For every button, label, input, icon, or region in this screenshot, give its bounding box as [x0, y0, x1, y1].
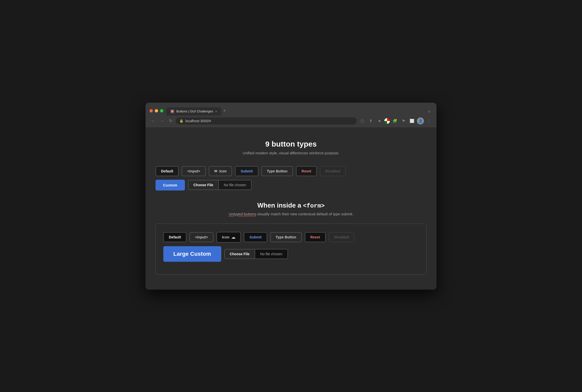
- maximize-button[interactable]: [160, 109, 163, 112]
- page-subtitle: Unified modern style, visual differences…: [156, 151, 426, 155]
- tab-favicon: 🎯: [170, 109, 174, 113]
- tab-close-button[interactable]: ×: [215, 109, 217, 113]
- url-bar[interactable]: 🔒 localhost:3000/#: [176, 117, 357, 124]
- new-tab-button[interactable]: +: [221, 106, 228, 115]
- reload-button[interactable]: ↻: [168, 117, 174, 124]
- form-box: Default <input> Icon ☁ Submit Type Butto…: [156, 224, 426, 275]
- form-section: When inside a <form> Untyped buttons vis…: [156, 202, 426, 275]
- lock-icon: 🔒: [179, 119, 183, 123]
- address-bar: ← → ↻ 🔒 localhost:3000/# ⬡ ⬆ ★ 🧩 ⚑ ⬜ 👤 ⋮: [145, 115, 436, 127]
- profile-icon[interactable]: 👤: [417, 117, 424, 124]
- form-submit-button[interactable]: Submit: [244, 232, 267, 242]
- form-disabled-button: Disabled: [329, 232, 354, 242]
- envelope-icon: ✉: [214, 169, 217, 173]
- form-button-row: Default <input> Icon ☁ Submit Type Butto…: [163, 232, 419, 243]
- choose-file-button[interactable]: Choose File: [188, 180, 219, 189]
- target-icon[interactable]: [384, 118, 390, 124]
- share-icon[interactable]: ⬆: [367, 117, 374, 124]
- input-button[interactable]: <input>: [182, 166, 206, 176]
- form-reset-button[interactable]: Reset: [305, 232, 326, 242]
- close-button[interactable]: [150, 109, 153, 112]
- tabs-row: 🎯 Buttons | GUI Challenges × + ∨: [166, 106, 432, 115]
- tab-title: Buttons | GUI Challenges: [176, 109, 213, 113]
- sidebar-icon[interactable]: ⬜: [408, 117, 415, 124]
- tab-expand-button[interactable]: ∨: [426, 107, 432, 115]
- bookmark-icon[interactable]: ★: [376, 117, 383, 124]
- page-content: 9 button types Unified modern style, vis…: [145, 127, 436, 290]
- extensions-icon[interactable]: 🧩: [391, 117, 398, 124]
- file-input-wrapper[interactable]: Choose File No file chosen: [188, 180, 252, 190]
- cloud-icon: ☁: [231, 235, 235, 240]
- form-icon-button[interactable]: Icon ☁: [216, 232, 241, 243]
- minimize-button[interactable]: [155, 109, 158, 112]
- form-choose-file-button[interactable]: Choose File: [225, 249, 255, 258]
- form-default-button[interactable]: Default: [163, 232, 186, 242]
- default-button[interactable]: Default: [156, 166, 179, 176]
- forward-button[interactable]: →: [159, 118, 166, 124]
- external-link-icon[interactable]: ⬡: [359, 117, 366, 124]
- toolbar-icons: ⬡ ⬆ ★ 🧩 ⚑ ⬜ 👤 ⋮: [359, 117, 432, 124]
- icon-button[interactable]: ✉ Icon: [209, 166, 232, 176]
- main-button-row: Default <input> ✉ Icon Submit Type Butto…: [156, 166, 426, 176]
- form-section-title: When inside a <form>: [156, 202, 426, 209]
- form-file-input-wrapper[interactable]: Choose File No file chosen: [224, 249, 288, 259]
- untyped-text: Untyped buttons: [229, 212, 256, 216]
- form-no-file-chosen-label: No file chosen: [255, 249, 287, 258]
- active-tab[interactable]: 🎯 Buttons | GUI Challenges ×: [166, 107, 221, 115]
- submit-button[interactable]: Submit: [235, 166, 258, 176]
- custom-button-row: Custom Choose File No file chosen: [156, 180, 426, 190]
- form-custom-button-row: Large Custom Choose File No file chosen: [163, 246, 419, 262]
- type-button-button[interactable]: Type Button: [261, 166, 293, 176]
- title-bar: 🎯 Buttons | GUI Challenges × + ∨: [145, 103, 436, 115]
- url-text: localhost:3000/#: [185, 119, 211, 123]
- page-title: 9 button types: [156, 140, 426, 148]
- custom-button[interactable]: Custom: [156, 180, 185, 190]
- back-button[interactable]: ←: [150, 118, 157, 124]
- no-file-chosen-label: No file chosen: [219, 180, 251, 189]
- large-custom-button[interactable]: Large Custom: [163, 246, 221, 262]
- form-type-button-button[interactable]: Type Button: [270, 232, 302, 242]
- reset-button[interactable]: Reset: [296, 166, 317, 176]
- flag-icon[interactable]: ⚑: [400, 117, 407, 124]
- disabled-button: Disabled: [320, 166, 346, 176]
- menu-icon[interactable]: ⋮: [425, 117, 432, 124]
- traffic-lights: [150, 109, 163, 112]
- form-input-button[interactable]: <input>: [189, 232, 213, 242]
- form-section-subtitle: Untyped buttons visually match their new…: [156, 212, 426, 216]
- browser-window: 🎯 Buttons | GUI Challenges × + ∨ ← → ↻ 🔒…: [145, 103, 436, 290]
